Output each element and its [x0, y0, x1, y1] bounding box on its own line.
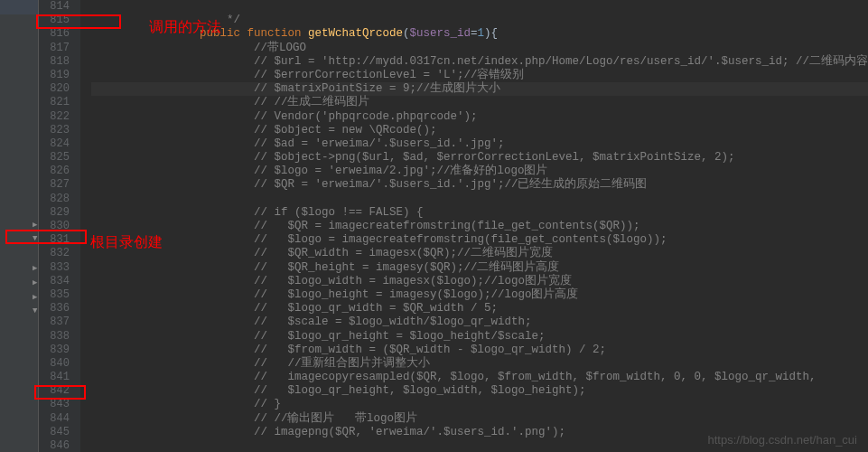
code-line[interactable]: // Vendor('phpqrcode.phpqrcode');	[91, 110, 868, 124]
code-line[interactable]: // $QR_width = imagesx($QR);//二维码图片宽度	[91, 247, 868, 260]
file-item[interactable]: command.php	[0, 116, 39, 130]
line-number: 815	[39, 14, 70, 27]
file-item[interactable]: phpqrcode.php	[0, 58, 39, 72]
code-line[interactable]: // $object = new \QRcode();	[91, 124, 868, 137]
file-item[interactable]: tags.php	[0, 202, 39, 217]
line-number: 830	[39, 220, 70, 233]
code-line[interactable]: // $logo_qr_width = $QR_width / 5;	[91, 302, 868, 315]
folder-item[interactable]: ▼erweima	[0, 231, 38, 246]
line-number: 835	[39, 288, 70, 302]
file-item[interactable]: Wchat.php	[0, 101, 39, 116]
folder-item[interactable]: ▶Extend	[0, 318, 39, 333]
folder-item[interactable]: ▶public	[0, 260, 38, 275]
line-number: 821	[39, 96, 70, 109]
file-item[interactable]: route.php	[0, 188, 39, 202]
line-number: 844	[39, 412, 70, 426]
code-line[interactable]: // $scale = $logo_width/$logo_qr_width;	[91, 315, 868, 329]
file-item[interactable]: Pay.php	[0, 43, 39, 58]
watermark: https://blog.csdn.net/han_cui	[707, 433, 857, 447]
line-number: 841	[39, 371, 70, 384]
code-line[interactable]: //带LOGO	[91, 42, 868, 55]
code-area[interactable]: */ public function getWchatQrcode($users…	[80, 0, 868, 452]
line-number: 814	[39, 0, 70, 14]
code-line[interactable]: // $QR = 'erweima/'.$users_id.'.jpg';//已…	[91, 178, 868, 192]
line-number: 842	[39, 384, 70, 398]
file-tree-sidebar[interactable]: Login.phpMember.phpOrder.phpPay.phpphpqr…	[0, 0, 39, 452]
code-line[interactable]	[91, 193, 868, 206]
file-item[interactable]: config.php	[0, 145, 39, 159]
code-line[interactable]	[91, 0, 868, 14]
line-number: 834	[39, 275, 70, 288]
line-number: 827	[39, 178, 70, 192]
folder-item[interactable]: ▶traits	[0, 376, 39, 391]
code-line[interactable]: // $QR = imagecreatefromstring(file_get_…	[91, 220, 868, 233]
code-editor[interactable]: 8148158168178188198208218228238248258268…	[39, 0, 868, 452]
code-line[interactable]: // $from_width = ($QR_width - $logo_qr_w…	[91, 344, 868, 357]
line-number: 826	[39, 165, 70, 178]
line-number: 839	[39, 344, 70, 357]
file-item[interactable]: 1.jpg	[0, 246, 39, 260]
folder-item[interactable]: ▼thinkphp	[0, 304, 38, 318]
folder-item[interactable]: ▶tpl	[0, 405, 39, 419]
code-line[interactable]: // if ($logo !== FALSE) {	[91, 206, 868, 220]
line-number: 832	[39, 247, 70, 260]
file-item[interactable]: Shop.php	[0, 87, 39, 101]
code-line[interactable]: // //重新组合图片并调整大小	[91, 357, 868, 371]
code-line[interactable]: // $logo = 'erweima/2.jpg';//准备好的logo图片	[91, 165, 868, 178]
code-line[interactable]: // $logo = imagecreatefromstring(file_ge…	[91, 233, 868, 247]
file-item[interactable]: Member.php	[0, 14, 39, 29]
line-number: 837	[39, 315, 70, 329]
file-item[interactable]: .htaccess	[0, 434, 39, 448]
line-number: 840	[39, 357, 70, 371]
code-line[interactable]: // //生成二维码图片	[91, 96, 868, 109]
code-line[interactable]: // imagecopyresampled($QR, $logo, $from_…	[91, 371, 868, 384]
line-number: 838	[39, 330, 70, 344]
folder-item[interactable]: ▼library	[0, 347, 39, 362]
code-line[interactable]: // $errorCorrectionLevel = 'L';//容错级别	[91, 69, 868, 82]
code-line[interactable]: // $ad = 'erweima/'.$users_id.'.jpg';	[91, 137, 868, 151]
folder-item[interactable]: ▶lang	[0, 333, 39, 347]
file-item[interactable]: error_message.php	[0, 174, 39, 188]
line-number: 820	[39, 82, 70, 96]
line-number: 846	[39, 439, 70, 452]
file-item[interactable]: Order.php	[0, 29, 39, 43]
file-item[interactable]: database.php	[0, 159, 39, 174]
line-number: 823	[39, 124, 70, 137]
code-line[interactable]: // $logo_height = imagesy($logo);//logo图…	[91, 288, 868, 302]
line-number: 818	[39, 55, 70, 69]
file-item[interactable]: .gitignore	[0, 419, 39, 434]
line-number: 824	[39, 137, 70, 151]
file-item[interactable]: .travis.yml	[0, 448, 39, 452]
code-line[interactable]: // $matrixPointSize = 9;//生成图片大小	[91, 82, 868, 96]
line-number: 831	[39, 233, 70, 247]
code-line[interactable]: // $object->png($url, $ad, $errorCorrect…	[91, 151, 868, 165]
line-number: 817	[39, 42, 70, 55]
code-line[interactable]: // $QR_height = imagesy($QR);//二维码图片高度	[91, 261, 868, 275]
line-number: 843	[39, 398, 70, 411]
code-line[interactable]: // $logo_width = imagesx($logo);//logo图片…	[91, 275, 868, 288]
line-number: 825	[39, 151, 70, 165]
folder-item[interactable]: ▶data	[0, 217, 38, 231]
code-line[interactable]: // $url = 'http://mydd.0317cn.net/index.…	[91, 55, 868, 69]
line-number: 836	[39, 302, 70, 315]
folder-item[interactable]: ▶template	[0, 289, 38, 304]
file-item[interactable]: common.php	[0, 130, 39, 145]
line-number: 845	[39, 426, 70, 439]
folder-item[interactable]: ▶think	[0, 362, 39, 376]
file-item[interactable]: qrlib.php	[0, 72, 39, 87]
line-number: 816	[39, 27, 70, 41]
line-number: 822	[39, 110, 70, 124]
line-number: 819	[39, 69, 70, 82]
code-line[interactable]: // $logo_qr_height = $logo_height/$scale…	[91, 330, 868, 344]
file-item[interactable]: Login.php	[0, 0, 39, 14]
line-number: 828	[39, 193, 70, 206]
line-number: 833	[39, 261, 70, 275]
code-line[interactable]: // $logo_qr_height, $logo_width, $logo_h…	[91, 384, 868, 398]
code-line[interactable]: // }	[91, 398, 868, 411]
code-line[interactable]: public function getWchatQrcode($users_id…	[91, 27, 868, 41]
code-line[interactable]: */	[91, 14, 868, 27]
line-number: 829	[39, 206, 70, 220]
folder-item[interactable]: ▶Vendor	[0, 391, 39, 405]
folder-item[interactable]: ▶runtime	[0, 275, 38, 289]
code-line[interactable]: // //输出图片 带logo图片	[91, 412, 868, 426]
